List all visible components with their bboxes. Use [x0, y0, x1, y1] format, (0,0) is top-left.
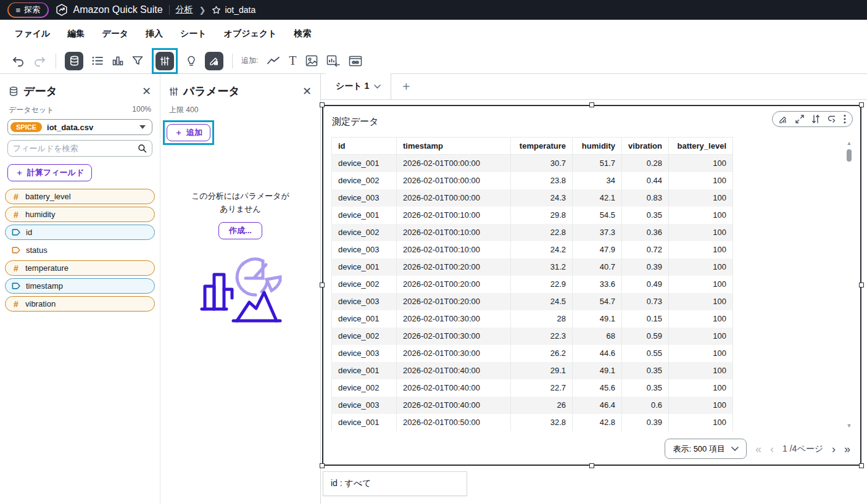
- menu-item-6[interactable]: 検索: [294, 28, 312, 39]
- analysis-edit-button[interactable]: [205, 52, 223, 70]
- scroll-down-icon[interactable]: ▼: [845, 422, 853, 429]
- menu-item-4[interactable]: シート: [180, 28, 207, 39]
- first-page-icon[interactable]: «: [755, 444, 761, 455]
- table-row[interactable]: device_0022026-02-01T00:40:0022.745.60.3…: [332, 379, 733, 397]
- close-icon[interactable]: ✕: [302, 86, 312, 97]
- table-row[interactable]: device_0012026-02-01T00:20:0031.240.70.3…: [332, 258, 733, 276]
- table-row[interactable]: device_0032026-02-01T00:10:0024.247.90.7…: [332, 241, 733, 258]
- table-row[interactable]: device_0032026-02-01T00:40:002646.40.610…: [332, 397, 733, 414]
- table-row[interactable]: device_0012026-02-01T00:10:0029.854.50.3…: [332, 207, 733, 224]
- dataset-name: iot_data.csv: [47, 123, 135, 132]
- column-header-temperature[interactable]: temperature: [511, 138, 573, 155]
- table-cell: 0.35: [622, 379, 669, 397]
- sheet-tab[interactable]: シート 1: [326, 73, 391, 99]
- dataset-label: データセット: [9, 105, 54, 115]
- prev-page-icon[interactable]: ‹: [770, 444, 774, 455]
- brand-name: Amazon Quick Suite: [73, 4, 163, 15]
- chevron-down-icon[interactable]: [374, 85, 381, 89]
- insights-lightbulb-icon[interactable]: [186, 56, 196, 67]
- resize-handle-top-left[interactable]: [320, 102, 325, 107]
- table-row[interactable]: device_0022026-02-01T00:10:0022.837.30.3…: [332, 224, 733, 241]
- resize-handle-bottom-middle[interactable]: [589, 463, 594, 468]
- visual-actions-menu: [772, 111, 853, 127]
- table-row[interactable]: device_0032026-02-01T00:20:0024.554.70.7…: [332, 293, 733, 310]
- add-image-icon[interactable]: [305, 55, 318, 67]
- add-text-icon[interactable]: T: [289, 54, 296, 68]
- field-search-input[interactable]: [13, 144, 134, 153]
- edit-visual-icon[interactable]: [779, 115, 788, 124]
- table-row[interactable]: device_0022026-02-01T00:30:0022.3680.591…: [332, 328, 733, 345]
- parameters-button[interactable]: [156, 52, 174, 70]
- menu-item-0[interactable]: ファイル: [15, 28, 50, 39]
- add-embed-link-icon[interactable]: [349, 56, 362, 67]
- close-icon[interactable]: ✕: [142, 86, 151, 97]
- field-item-timestamp[interactable]: timestamp: [5, 278, 155, 294]
- table-row[interactable]: device_0012026-02-01T00:00:0030.751.70.2…: [332, 155, 733, 172]
- table-row[interactable]: device_0022026-02-01T00:00:0023.8340.441…: [332, 172, 733, 189]
- add-visual-icon[interactable]: [267, 56, 280, 65]
- table-row[interactable]: device_0012026-02-01T00:30:002849.10.151…: [332, 310, 733, 328]
- data-panel-toggle-button[interactable]: [65, 52, 83, 70]
- visuals-list-icon[interactable]: [92, 56, 104, 66]
- field-item-status[interactable]: status: [5, 242, 155, 258]
- visual-types-icon[interactable]: [112, 56, 123, 66]
- scroll-up-icon[interactable]: ▲: [845, 139, 853, 147]
- maximize-icon[interactable]: [795, 115, 804, 123]
- last-page-icon[interactable]: »: [844, 444, 850, 455]
- add-sheet-button[interactable]: ＋: [400, 78, 412, 99]
- resize-handle-middle-left[interactable]: [320, 283, 325, 287]
- field-item-humidity[interactable]: #humidity: [5, 207, 155, 222]
- column-header-battery_level[interactable]: battery_level: [669, 138, 733, 155]
- table-row[interactable]: device_0012026-02-01T00:40:0029.149.10.3…: [332, 362, 733, 379]
- menu-item-2[interactable]: データ: [102, 28, 128, 39]
- menu-item-3[interactable]: 挿入: [146, 28, 163, 39]
- resize-handle-middle-right[interactable]: [859, 283, 864, 287]
- sort-icon[interactable]: [811, 115, 820, 123]
- filter-icon[interactable]: [132, 56, 143, 66]
- column-header-humidity[interactable]: humidity: [573, 138, 622, 155]
- table-cell: 0.35: [622, 362, 669, 379]
- column-header-timestamp[interactable]: timestamp: [397, 138, 511, 155]
- redo-icon[interactable]: [33, 56, 47, 67]
- refresh-icon[interactable]: [828, 115, 836, 123]
- next-page-icon[interactable]: ›: [832, 444, 836, 455]
- table-visual[interactable]: 測定データ: [322, 105, 861, 466]
- table-row[interactable]: device_0032026-02-01T00:30:0026.244.60.5…: [332, 345, 733, 362]
- add-calculated-field-button[interactable]: ＋ 計算フィールド: [7, 164, 92, 181]
- resize-handle-bottom-left[interactable]: [320, 463, 325, 468]
- table-cell: 0.6: [622, 397, 669, 414]
- resize-handle-top-right[interactable]: [859, 102, 864, 107]
- field-item-id[interactable]: id: [5, 225, 155, 240]
- menu-item-1[interactable]: 編集: [67, 28, 85, 39]
- breadcrumb-analysis-link[interactable]: 分析: [176, 4, 193, 15]
- dataset-selector[interactable]: SPICE iot_data.csv: [7, 119, 152, 135]
- field-item-battery_level[interactable]: #battery_level: [5, 189, 155, 204]
- resize-handle-top-middle[interactable]: [589, 102, 594, 107]
- table-cell: device_003: [332, 397, 397, 414]
- menu-item-5[interactable]: オブジェクト: [224, 28, 277, 39]
- undo-icon[interactable]: [11, 56, 25, 67]
- field-item-temperature[interactable]: #temperature: [5, 260, 155, 276]
- filter-control-id[interactable]: id : すべて: [323, 471, 467, 496]
- field-item-vibration[interactable]: #vibration: [5, 296, 155, 312]
- kebab-menu-icon[interactable]: [844, 114, 846, 124]
- add-embedded-visual-icon[interactable]: [326, 55, 340, 67]
- explore-button[interactable]: ≡ 探索: [7, 2, 49, 18]
- table-row[interactable]: device_0022026-02-01T00:20:0022.933.60.4…: [332, 276, 733, 293]
- table-row[interactable]: device_0032026-02-01T00:00:0024.342.10.8…: [332, 189, 733, 207]
- star-icon[interactable]: [212, 6, 221, 15]
- table-row[interactable]: device_0012026-02-01T00:50:0032.842.80.3…: [332, 414, 733, 431]
- column-header-vibration[interactable]: vibration: [622, 138, 669, 155]
- create-parameter-button[interactable]: 作成...: [218, 222, 262, 239]
- page-size-selector[interactable]: 表示: 500 項目: [665, 439, 747, 459]
- column-header-id[interactable]: id: [332, 138, 397, 155]
- table-cell: 26.2: [511, 345, 573, 362]
- brand-logo[interactable]: Amazon Quick Suite: [55, 3, 163, 17]
- scrollbar-thumb[interactable]: [847, 149, 852, 162]
- resize-handle-bottom-right[interactable]: [859, 463, 864, 468]
- pencil-chart-icon: [209, 56, 220, 66]
- table-cell: 23.8: [511, 172, 573, 189]
- table-cell: 2026-02-01T00:20:00: [397, 276, 511, 293]
- table-scrollbar[interactable]: ▲ ▼: [845, 139, 853, 429]
- add-parameter-button[interactable]: ＋ 追加: [167, 124, 210, 141]
